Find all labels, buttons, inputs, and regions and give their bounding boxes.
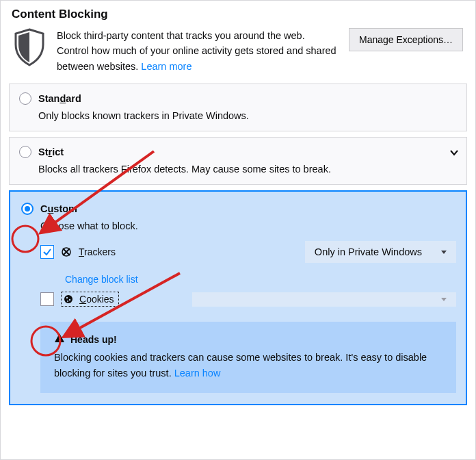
option-standard[interactable]: Standard Only blocks known trackers in P… [9,84,467,131]
option-standard-label: Standard [38,93,81,104]
svg-rect-5 [59,336,60,340]
heads-up-body: Blocking cookies and trackers can cause … [54,352,427,378]
chevron-down-icon [441,251,447,254]
change-block-list-link[interactable]: Change block list [65,274,138,285]
cookies-focus-ring: Cookies [61,292,119,307]
heads-up-info: Heads up! Blocking cookies and trackers … [40,322,456,393]
cookies-row: Cookies [40,292,456,307]
option-standard-desc: Only blocks known trackers in Private Wi… [38,110,457,121]
chevron-down-icon[interactable] [450,147,458,158]
manage-exceptions-button[interactable]: Manage Exceptions… [349,28,463,51]
trackers-row: Trackers Only in Private Windows [40,241,456,263]
option-strict-desc: Blocks all trackers Firefox detects. May… [38,164,457,175]
svg-rect-6 [59,340,60,342]
option-custom[interactable]: Custom Choose what to block. Trackers On… [9,190,467,405]
trackers-scope-dropdown[interactable]: Only in Private Windows [305,241,456,263]
content-blocking-panel: Content Blocking Block third-party conte… [0,0,476,460]
checkbox-trackers[interactable] [40,245,54,259]
learn-how-link[interactable]: Learn how [174,368,221,379]
svg-point-4 [67,301,68,302]
chevron-down-icon [441,298,447,301]
option-custom-label: Custom [40,203,77,214]
cookies-label: Cookies [79,294,114,305]
svg-point-1 [64,295,72,303]
intro-text: Block third-party content that tracks yo… [57,28,338,74]
checkbox-cookies[interactable] [40,292,54,306]
warning-icon [54,333,65,346]
svg-point-2 [66,297,68,298]
option-custom-desc: Choose what to block. [40,220,456,231]
learn-more-link[interactable]: Learn more [141,61,191,72]
option-strict-label: Strict [38,146,64,157]
heads-up-heading: Heads up! [70,334,117,345]
shield-icon [13,28,46,66]
custom-options-body: Trackers Only in Private Windows Change … [40,241,456,393]
option-strict[interactable]: Strict Blocks all trackers Firefox detec… [9,137,467,185]
intro-body: Block third-party content that tracks yo… [57,30,336,72]
radio-custom[interactable] [21,203,34,215]
svg-point-3 [69,299,70,301]
intro-section: Block third-party content that tracks yo… [9,28,467,84]
trackers-scope-value: Only in Private Windows [315,246,422,257]
radio-standard[interactable] [19,92,31,105]
trackers-label: Trackers [79,246,116,257]
page-title: Content Blocking [12,8,467,21]
radio-strict[interactable] [19,146,31,158]
cookies-icon [63,294,74,305]
trackers-icon [61,246,72,257]
cookies-scope-dropdown [192,292,456,307]
